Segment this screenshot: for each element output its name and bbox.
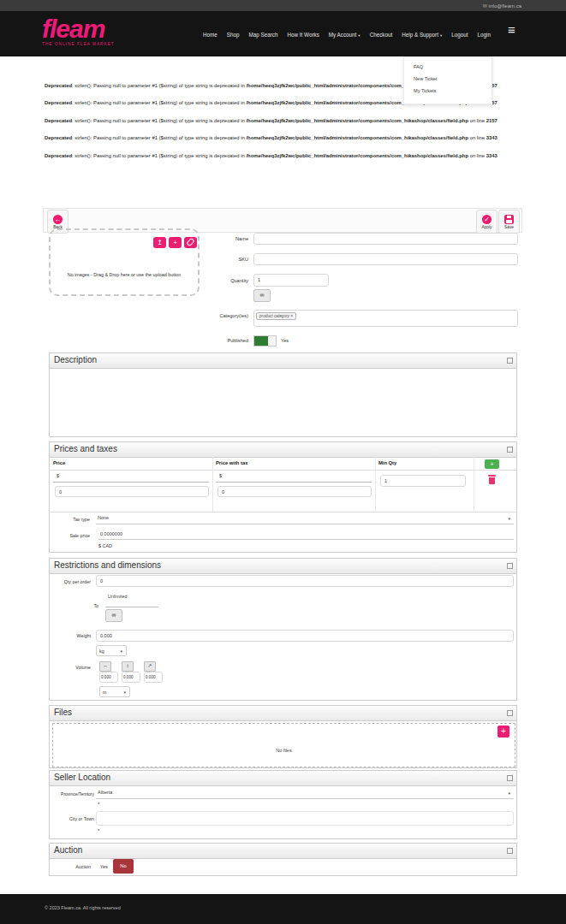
quantity-input[interactable]: 1: [253, 274, 329, 287]
width-dimension-button[interactable]: ↔: [99, 661, 111, 672]
tax-type-select[interactable]: None ▾: [96, 512, 514, 524]
nav-item-logout[interactable]: Logout: [451, 32, 468, 38]
deprecation-warning: Deprecated: strlen(): Passing null to pa…: [45, 116, 518, 125]
province-value: Alberta: [98, 790, 112, 795]
volume-width-input[interactable]: 0.000: [99, 672, 118, 683]
upload-icon: ↥: [157, 239, 163, 246]
published-toggle[interactable]: [253, 335, 277, 346]
warning-line-number: 3343: [486, 153, 497, 158]
infinity-icon: ∞: [260, 292, 265, 298]
column-price-with-tax: Price with tax: [216, 460, 247, 465]
nav-item-checkout[interactable]: Checkout: [370, 32, 393, 38]
contact-email[interactable]: ✉ info@fleam.ca: [483, 3, 521, 9]
nav-item-how-it-works[interactable]: How It Works: [287, 32, 319, 38]
copyright-text: © 2023 Fleam.ca. All rights reserved: [45, 905, 121, 910]
categories-input[interactable]: product category ×: [253, 310, 518, 327]
section-prices-title: Prices and taxes: [50, 442, 516, 453]
footer: © 2023 Fleam.ca. All rights reserved: [0, 894, 566, 924]
weight-unit-select[interactable]: kg ▾: [96, 645, 127, 656]
price-input[interactable]: 0: [55, 486, 209, 497]
qty-max-underline[interactable]: [105, 607, 158, 607]
nav-links: Home Shop Map Search How It Works My Acc…: [203, 32, 491, 38]
delete-price-button[interactable]: [488, 475, 496, 484]
sku-input[interactable]: [253, 253, 518, 265]
save-button-label: Save: [504, 225, 514, 229]
column-divider: [212, 457, 213, 512]
column-divider: [375, 457, 376, 512]
menu-icon[interactable]: ≡: [508, 23, 515, 36]
quantity-unlimited-button[interactable]: ∞: [253, 289, 271, 302]
name-input[interactable]: [253, 233, 518, 245]
depth-arrow-icon: ↗: [147, 663, 152, 668]
description-editor[interactable]: [50, 369, 516, 437]
add-image-button[interactable]: +: [169, 237, 182, 248]
auction-yes-button[interactable]: Yes: [100, 864, 108, 869]
section-description-title: Description: [50, 353, 516, 364]
nav-item-shop[interactable]: Shop: [227, 32, 240, 38]
dropdown-item-new-ticket[interactable]: New Ticket: [404, 76, 492, 88]
qty-per-order-min-input[interactable]: 0: [96, 575, 514, 587]
nav-item-map-search[interactable]: Map Search: [249, 32, 278, 38]
weight-input[interactable]: 0.000: [96, 630, 514, 642]
plus-icon: +: [490, 460, 494, 468]
remove-icon[interactable]: ×: [290, 314, 293, 318]
section-prices-header: Prices and taxes: [50, 442, 516, 458]
height-dimension-button[interactable]: ↕: [122, 661, 134, 672]
price-with-tax-input[interactable]: 0: [217, 486, 372, 497]
deprecation-warning: Deprecated: strlen(): Passing null to pa…: [45, 151, 518, 160]
save-button[interactable]: Save: [498, 210, 520, 234]
files-dropzone[interactable]: No files +: [52, 723, 515, 767]
chevron-down-icon: ▾: [123, 690, 126, 695]
sale-price-input[interactable]: 0.0000000: [98, 529, 514, 540]
collapse-icon[interactable]: [507, 848, 513, 854]
chevron-down-icon: ▾: [120, 649, 122, 654]
upload-image-button[interactable]: ↥: [153, 237, 166, 248]
warning-label: Deprecated: [45, 83, 72, 88]
add-file-button[interactable]: +: [497, 726, 509, 737]
nav-item-my-account[interactable]: My Account▾: [329, 32, 360, 38]
warning-path: /home/heeq3zjfk2wc/public_html/administr…: [246, 135, 468, 140]
volume-unit-select[interactable]: m ▾: [99, 686, 130, 697]
collapse-icon[interactable]: [507, 358, 513, 364]
arrow-left-icon: ←: [53, 215, 63, 224]
collapse-icon[interactable]: [507, 563, 513, 569]
min-qty-input[interactable]: 1: [380, 475, 466, 487]
apply-button[interactable]: ✓ Apply: [476, 210, 497, 234]
price-currency: $: [57, 473, 59, 478]
warning-message: : strlen(): Passing null to parameter #1…: [72, 135, 246, 140]
province-select[interactable]: Alberta ▾: [96, 787, 514, 799]
category-tag[interactable]: product category ×: [256, 312, 296, 320]
city-input[interactable]: [96, 811, 514, 826]
weight-unit-value: kg: [99, 649, 104, 654]
infinity-icon: ∞: [112, 612, 116, 618]
qty-per-order-label: Qty per order: [50, 579, 91, 584]
link-icon: [186, 238, 195, 247]
deprecation-warning: Deprecated: strlen(): Passing null to pa…: [45, 133, 518, 142]
volume-height-input[interactable]: 0.000: [122, 672, 140, 683]
collapse-icon[interactable]: [507, 775, 513, 781]
add-price-button[interactable]: +: [485, 459, 499, 469]
nav-item-home[interactable]: Home: [203, 32, 217, 38]
collapse-icon[interactable]: [507, 710, 513, 716]
save-icon: [504, 215, 514, 224]
required-mark: *: [98, 828, 99, 833]
section-restrictions: Restrictions and dimensions Qty per orde…: [49, 558, 517, 701]
plus-icon: +: [501, 726, 506, 736]
tax-type-label: Tax type: [51, 517, 90, 522]
section-seller-location-header: Seller Location: [50, 771, 516, 786]
logo[interactable]: fleam THE ONLINE FLEA MARKET: [42, 14, 115, 46]
price-currency-underline: [53, 482, 209, 483]
category-tag-label: product category: [259, 314, 289, 318]
qty-max-unlimited-button[interactable]: ∞: [105, 609, 122, 622]
image-dropzone[interactable]: ↥ + No images - Drag & Drop here or use …: [49, 228, 200, 296]
nav-item-login[interactable]: Login: [477, 32, 490, 38]
dropdown-item-my-tickets[interactable]: My Tickets: [404, 88, 492, 100]
nav-item-help-support[interactable]: Help & Support▾: [402, 32, 442, 38]
qty-to-label: To: [84, 603, 98, 608]
volume-depth-input[interactable]: 0.000: [144, 672, 163, 683]
collapse-icon[interactable]: [507, 447, 513, 453]
auction-no-button[interactable]: No: [113, 859, 134, 874]
dropdown-item-faq[interactable]: FAQ: [404, 64, 492, 76]
contact-email-text: info@fleam.ca: [489, 3, 521, 9]
depth-dimension-button[interactable]: ↗: [144, 661, 156, 672]
